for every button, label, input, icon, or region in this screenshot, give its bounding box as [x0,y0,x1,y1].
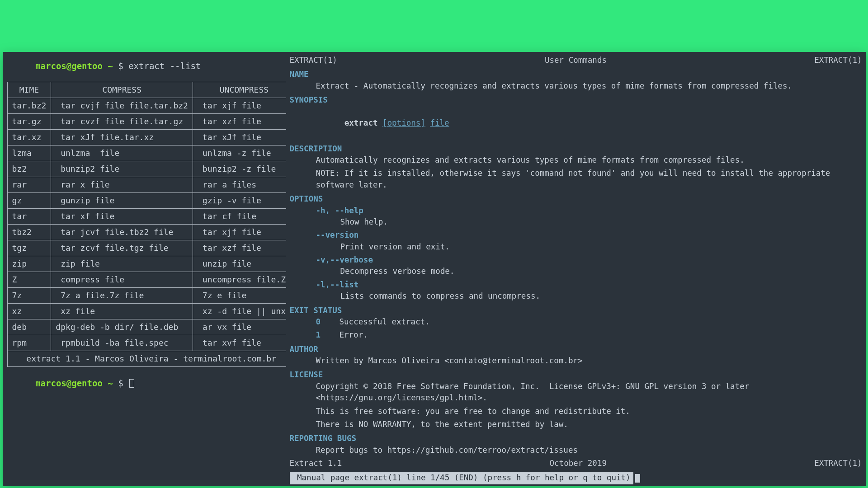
name-body: Extract - Automatically recognizes and e… [290,80,862,92]
cell-mime: Z [7,272,51,288]
cell-uncompress: tar xzf file [193,240,295,256]
man-footer-left: Extract 1.1 [290,458,342,469]
cell-mime: 7z [7,288,51,304]
cell-uncompress: unlzma -z file [193,145,295,161]
cell-compress: bunzip2 file [51,161,193,177]
section-synopsis: SYNOPSIS [290,94,862,106]
left-terminal[interactable]: marcos@gentoo ~ $ extract --list MIME CO… [3,52,286,486]
statusbar-text: Manual page extract(1) line 1/45 (END) (… [290,472,633,484]
cell-mime: bz2 [7,161,51,177]
col-compress: COMPRESS [51,82,193,98]
cell-mime: tbz2 [7,225,51,240]
opt-help-desc: Show help. [290,216,862,228]
cell-mime: lzma [7,145,51,161]
cell-mime: gz [7,193,51,209]
section-license: LICENSE [290,369,862,380]
cell-uncompress: tar xvf file [193,335,295,351]
man-footer-center: October 2019 [550,458,607,469]
cell-mime: xz [7,304,51,319]
section-description: DESCRIPTION [290,143,862,155]
right-manpage[interactable]: EXTRACT(1) User Commands EXTRACT(1) NAME… [286,52,866,486]
man-statusbar: Manual page extract(1) line 1/45 (END) (… [290,472,862,484]
cell-compress: rar x file [51,177,193,193]
table-row: lzma unlzma file unlzma -z file [7,145,295,161]
man-header-center: User Commands [545,55,607,66]
license-3: There is NO WARRANTY, to the extent perm… [290,419,862,430]
section-bugs: REPORTING BUGS [290,433,862,444]
cell-uncompress: tar xjf file [193,98,295,114]
table-row: zip zip file unzip file [7,256,295,272]
opt-verbose-flag: -v,--verbose [316,255,373,264]
cell-uncompress: bunzip2 -z file [193,161,295,177]
cell-uncompress: tar xJf file [193,130,295,145]
synopsis-options: [options] [382,118,425,127]
table-row: tar.xz tar xJf file.tar.xz tar xJf file [7,130,295,145]
prompt-symbol-2: $ [118,378,123,388]
prompt-command: extract --list [128,61,201,71]
description-2: NOTE: If it is installed, otherwise it s… [290,168,862,191]
cell-uncompress: tar cf file [193,209,295,225]
prompt-path-2: ~ [108,378,113,388]
table-row: rar rar x file rar a files [7,177,295,193]
cell-compress: tar xf file [51,209,193,225]
mime-table: MIME COMPRESS UNCOMPRESS tar.bz2 tar cvj… [7,82,296,367]
table-row: tbz2 tar jcvf file.tbz2 file tar xjf fil… [7,225,295,240]
cell-mime: rar [7,177,51,193]
cell-compress: rpmbuild -ba file.spec [51,335,193,351]
bugs-body: Report bugs to https://github.com/terroo… [290,445,862,456]
cell-compress: tar cvzf file file.tar.gz [51,114,193,130]
cell-compress: zip file [51,256,193,272]
cell-mime: tgz [7,240,51,256]
description-1: Automatically recognizes and extracts va… [290,155,862,166]
cell-uncompress: xz -d file || unxz [193,304,295,319]
section-options: OPTIONS [290,193,862,205]
cell-uncompress: tar xzf file [193,114,295,130]
section-exit: EXIT STATUS [290,305,862,316]
opt-version-flag: --version [316,230,359,239]
cell-mime: tar.bz2 [7,98,51,114]
license-2: This is free software: you are free to c… [290,406,862,417]
cell-uncompress: gzip -v file [193,193,295,209]
exit-1: 1Error. [290,329,862,341]
cell-mime: zip [7,256,51,272]
table-header-row: MIME COMPRESS UNCOMPRESS [7,82,295,98]
section-name: NAME [290,69,862,80]
license-1: Copyright © 2018 Free Software Foundatio… [290,381,862,404]
table-footer: extract 1.1 - Marcos Oliveira - terminal… [7,351,295,367]
cell-compress: tar cvjf file file.tar.bz2 [51,98,193,114]
cell-compress: gunzip file [51,193,193,209]
cell-mime: tar.xz [7,130,51,145]
cell-compress: tar jcvf file.tbz2 file [51,225,193,240]
cell-uncompress: rar a files [193,177,295,193]
man-header-left: EXTRACT(1) [290,55,337,66]
opt-list-flag: -l,--list [316,280,359,289]
table-row: rpm rpmbuild -ba file.spec tar xvf file [7,335,295,351]
cell-mime: deb [7,319,51,335]
prompt-user-2: marcos@gentoo [35,378,103,388]
cell-mime: tar [7,209,51,225]
cell-uncompress: uncompress file.Z [193,272,295,288]
table-row: bz2 bunzip2 file bunzip2 -z file [7,161,295,177]
table-row: tar tar xf file tar cf file [7,209,295,225]
prompt-line-1: marcos@gentoo ~ $ extract --list [3,52,286,82]
cell-compress: dpkg-deb -b dir/ file.deb [51,319,193,335]
prompt-user: marcos@gentoo [35,61,103,71]
man-header: EXTRACT(1) User Commands EXTRACT(1) [290,55,862,66]
cell-uncompress: 7z e file [193,288,295,304]
opt-verbose-desc: Decompress verbose mode. [290,266,862,277]
cell-uncompress: tar xjf file [193,225,295,240]
cell-uncompress: ar vx file [193,319,295,335]
col-uncompress: UNCOMPRESS [193,82,295,98]
prompt-line-2: marcos@gentoo ~ $ [3,367,286,399]
table-row: Z compress file uncompress file.Z [7,272,295,288]
synopsis-file: file [430,118,449,127]
table-row: debdpkg-deb -b dir/ file.deb ar vx file [7,319,295,335]
section-author: AUTHOR [290,344,862,355]
table-row: tar.bz2 tar cvjf file file.tar.bz2 tar x… [7,98,295,114]
table-row: gz gunzip file gzip -v file [7,193,295,209]
cell-compress: tar zcvf file.tgz file [51,240,193,256]
cell-compress: tar xJf file.tar.xz [51,130,193,145]
cell-mime: rpm [7,335,51,351]
table-row: xz xz file xz -d file || unxz [7,304,295,319]
man-header-right: EXTRACT(1) [814,55,862,66]
